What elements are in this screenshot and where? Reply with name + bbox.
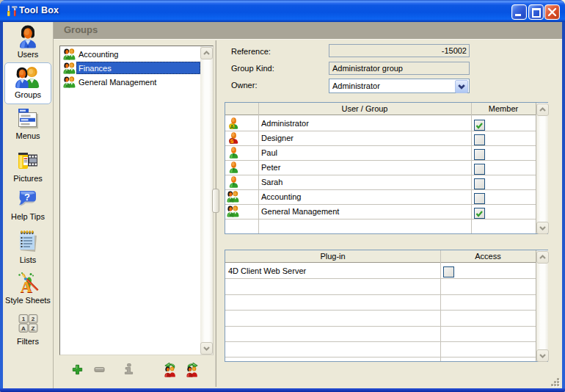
- svg-text:1: 1: [22, 316, 26, 322]
- svg-text:A: A: [21, 278, 32, 294]
- svg-text:S: S: [230, 139, 234, 144]
- svg-text:Z: Z: [32, 325, 35, 332]
- svg-text:A: A: [21, 325, 26, 332]
- svg-text:?: ?: [24, 192, 30, 203]
- svg-text:2: 2: [32, 316, 35, 322]
- svg-text:A: A: [230, 124, 233, 129]
